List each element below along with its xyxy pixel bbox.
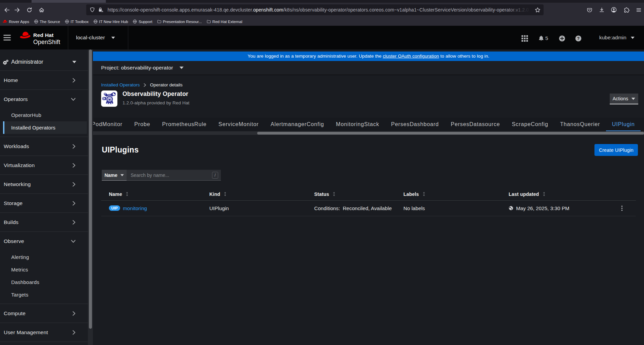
breadcrumb-link-installed-operators[interactable]: Installed Operators — [101, 82, 140, 87]
bookmark-presentation-resources[interactable]: Presentation Resour... — [155, 18, 204, 25]
column-header-labels[interactable]: Labels — [396, 188, 501, 200]
uiplugins-table: Name Kind Status Labels Last updated UIP… — [101, 188, 636, 216]
sidebar-item-targets[interactable]: Targets — [3, 288, 87, 301]
tab-persesdatasource[interactable]: PersesDatasource — [445, 118, 506, 131]
search-input[interactable] — [127, 172, 205, 178]
operator-header: Observability Operator 1.2.0-alpha provi… — [101, 90, 644, 107]
reload-button[interactable] — [24, 5, 34, 15]
tab-servicemonitor[interactable]: ServiceMonitor — [212, 118, 265, 131]
bookmark-it-toolbox[interactable]: IT Toolbox — [62, 18, 91, 25]
forward-button[interactable] — [12, 5, 22, 15]
app-launcher-icon[interactable] — [522, 35, 528, 42]
reload-icon — [26, 7, 32, 13]
sidebar-item-virtualization[interactable]: Virtualization — [0, 156, 88, 175]
url-prefix: https://console-openshift-console.apps.e… — [108, 7, 253, 13]
caret-down-icon — [631, 37, 634, 39]
tab-scrapeconfig[interactable]: ScrapeConfig — [506, 118, 554, 131]
bookmark-support[interactable]: Support — [130, 18, 155, 25]
nav-toggle-button[interactable] — [3, 34, 11, 41]
sidebar-scrollbar[interactable] — [88, 49, 93, 345]
add-plus-icon[interactable] — [559, 35, 565, 42]
sidebar-item-installed-operators[interactable]: Installed Operators — [3, 121, 87, 134]
browser-active-tab[interactable] — [32, 0, 106, 3]
sidebar-item-metrics[interactable]: Metrics — [3, 263, 87, 276]
back-button[interactable] — [2, 5, 12, 15]
column-header-status[interactable]: Status — [306, 188, 396, 200]
resource-link-monitoring[interactable]: monitoring — [123, 205, 147, 211]
notifications-bell-icon[interactable] — [538, 35, 544, 41]
sidebar-item-builds[interactable]: Builds — [0, 213, 88, 232]
column-header-last-updated[interactable]: Last updated — [501, 188, 608, 200]
extensions-icon[interactable] — [622, 5, 631, 15]
tab-podmonitor[interactable]: PodMonitor — [93, 118, 128, 131]
sidebar-item-dashboards[interactable]: Dashboards — [3, 276, 87, 288]
cell-labels: No labels — [396, 200, 501, 216]
home-button[interactable] — [37, 5, 46, 15]
sidebar-item-storage[interactable]: Storage — [0, 194, 88, 213]
chevron-right-icon — [72, 78, 76, 83]
tabs-scrollbar-thumb[interactable] — [257, 132, 644, 135]
sidebar-item-networking[interactable]: Networking — [0, 175, 88, 194]
sidebar-item-user-management[interactable]: User Management — [0, 323, 88, 342]
cluster-selector[interactable]: local-cluster — [76, 26, 115, 49]
column-header-kind[interactable]: Kind — [202, 188, 306, 200]
search-box: / — [127, 170, 221, 181]
banner-text-after: to allow others to log in. — [439, 54, 489, 59]
pocket-icon[interactable] — [585, 5, 594, 15]
page-title: UIPlugins — [102, 145, 139, 155]
masthead-separator — [68, 26, 68, 49]
user-menu[interactable]: kube:admin — [599, 26, 634, 49]
help-icon[interactable]: ? — [575, 35, 582, 42]
row-kebab-menu[interactable] — [617, 203, 627, 213]
downloads-icon[interactable] — [597, 5, 606, 15]
actions-label: Actions — [613, 96, 628, 101]
tab-persesdashboard[interactable]: PersesDashboard — [385, 118, 445, 131]
actions-dropdown[interactable]: Actions — [610, 94, 638, 104]
sidebar-item-operators[interactable]: Operators — [0, 90, 88, 109]
sort-icon[interactable] — [126, 192, 129, 196]
sort-icon[interactable] — [422, 192, 425, 196]
tab-monitoringstack[interactable]: MonitoringStack — [330, 118, 385, 131]
globe-icon — [93, 19, 98, 24]
url-bar[interactable]: https://console-openshift-console.apps.e… — [86, 4, 544, 15]
sidebar-item-alerting[interactable]: Alerting — [3, 251, 87, 263]
tabs-horizontal-scrollbar[interactable] — [93, 131, 644, 135]
bookmark-label: IT New Hire Hub — [99, 19, 128, 24]
bookmark-red-hat-external[interactable]: Red Hat External — [204, 18, 245, 25]
account-icon[interactable] — [609, 5, 619, 15]
sidebar-item-compute[interactable]: Compute — [0, 304, 88, 323]
oauth-config-link[interactable]: cluster OAuth configuration — [383, 54, 439, 59]
browser-toolbar: https://console-openshift-console.apps.e… — [0, 3, 644, 17]
sidebar-item-workloads[interactable]: Workloads — [0, 137, 88, 156]
bookmark-star-icon[interactable] — [533, 6, 542, 14]
sort-icon[interactable] — [333, 192, 336, 196]
lock-warning-icon[interactable] — [97, 5, 106, 14]
sidebar-item-operatorhub[interactable]: OperatorHub — [3, 109, 87, 121]
menu-icon[interactable] — [634, 5, 643, 15]
cell-kind: UIPlugin — [202, 200, 306, 216]
sidebar-item-observe[interactable]: Observe — [0, 232, 88, 251]
sidebar-item-label: User Management — [4, 329, 48, 336]
bookmark-rover-apps[interactable]: Rover Apps — [0, 18, 32, 25]
perspective-switcher[interactable]: Administrator — [0, 54, 88, 71]
tab-thanosquerier[interactable]: ThanosQuerier — [554, 118, 606, 131]
tab-probe[interactable]: Probe — [128, 118, 156, 131]
bookmark-the-source[interactable]: The Source — [32, 18, 62, 25]
project-selector[interactable]: Project: observability-operator — [93, 61, 644, 75]
sort-icon[interactable] — [224, 192, 227, 196]
filter-type-dropdown[interactable]: Name — [102, 170, 127, 181]
chevron-down-icon — [71, 240, 76, 243]
create-uiplugin-button[interactable]: Create UIPlugin — [594, 144, 638, 156]
tab-uiplugin[interactable]: UIPlugin — [606, 118, 641, 131]
shield-icon[interactable] — [88, 5, 97, 14]
url-fade — [506, 4, 530, 15]
column-header-name[interactable]: Name — [101, 188, 202, 200]
tab-alertmanagerconfig[interactable]: AlertmanagerConfig — [265, 118, 330, 131]
bookmark-label: IT Toolbox — [71, 19, 89, 24]
sort-icon[interactable] — [543, 192, 546, 196]
tab-prometheusrule[interactable]: PrometheusRule — [156, 118, 212, 131]
bookmark-it-new-hire-hub[interactable]: IT New Hire Hub — [91, 18, 130, 25]
notification-count[interactable]: 5 — [545, 35, 548, 41]
sidebar-scrollbar-thumb[interactable] — [89, 49, 92, 329]
sidebar-item-home[interactable]: Home — [0, 71, 88, 90]
